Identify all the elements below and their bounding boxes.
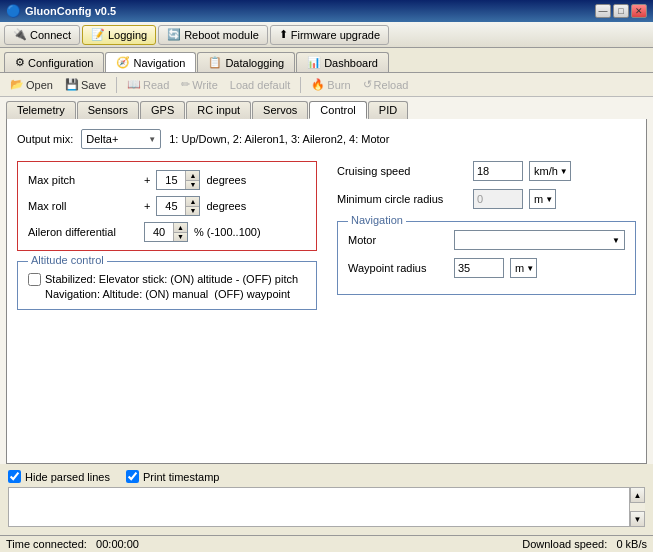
save-button[interactable]: 💾 Save (61, 77, 110, 92)
hide-parsed-label[interactable]: Hide parsed lines (8, 470, 110, 483)
aileron-diff-up[interactable]: ▲ (174, 223, 187, 233)
max-pitch-spinner[interactable]: 15 ▲ ▼ (156, 170, 200, 190)
aileron-diff-row: Aileron differential 40 ▲ ▼ % (-100..100… (28, 222, 306, 242)
connect-button[interactable]: 🔌 Connect (4, 25, 80, 45)
altitude-box-title: Altitude control (28, 254, 107, 266)
aileron-diff-label: Aileron differential (28, 226, 138, 238)
max-roll-down[interactable]: ▼ (186, 207, 199, 216)
reload-icon: ↺ (363, 78, 372, 91)
altitude-checkbox[interactable] (28, 273, 41, 286)
tab-control[interactable]: Control (309, 101, 366, 119)
max-roll-spinner[interactable]: 45 ▲ ▼ (156, 196, 200, 216)
altitude-checkbox-label: Stabilized: Elevator stick: (ON) altitud… (45, 272, 298, 303)
aileron-diff-spinner[interactable]: 40 ▲ ▼ (144, 222, 188, 242)
max-pitch-label: Max pitch (28, 174, 138, 186)
max-pitch-down[interactable]: ▼ (186, 181, 199, 190)
app-title: GluonConfig v0.5 (25, 5, 116, 17)
max-roll-up[interactable]: ▲ (186, 197, 199, 207)
status-bar: Time connected: 00:00:00 Download speed:… (0, 535, 653, 552)
min-circle-unit-select[interactable]: m ▼ (529, 189, 556, 209)
altitude-checkbox-row: Stabilized: Elevator stick: (ON) altitud… (28, 272, 306, 303)
waypoint-unit-select[interactable]: m ▼ (510, 258, 537, 278)
max-pitch-value: 15 (157, 174, 185, 186)
min-circle-row: Minimum circle radius m ▼ (337, 189, 636, 209)
min-circle-label: Minimum circle radius (337, 193, 467, 205)
waypoint-input[interactable] (454, 258, 504, 278)
output-mix-select[interactable]: Delta+ ▼ (81, 129, 161, 149)
hide-parsed-checkbox[interactable] (8, 470, 21, 483)
cruising-speed-input[interactable] (473, 161, 523, 181)
tab-datalogging[interactable]: 📋 Datalogging (197, 52, 295, 72)
cruising-speed-label: Cruising speed (337, 165, 467, 177)
status-speed: Download speed: 0 kB/s (522, 538, 647, 550)
open-button[interactable]: 📂 Open (6, 77, 57, 92)
scroll-up-button[interactable]: ▲ (630, 487, 645, 503)
scroll-track (630, 503, 645, 511)
aileron-diff-value: 40 (145, 226, 173, 238)
tab-dashboard[interactable]: 📊 Dashboard (296, 52, 389, 72)
scroll-down-button[interactable]: ▼ (630, 511, 645, 527)
burn-button[interactable]: 🔥 Burn (307, 77, 354, 92)
left-column: Max pitch + 15 ▲ ▼ degrees (17, 161, 317, 310)
logging-button[interactable]: 📝 Logging (82, 25, 156, 45)
reload-button[interactable]: ↺ Reload (359, 77, 413, 92)
cruising-speed-unit-select[interactable]: km/h ▼ (529, 161, 571, 181)
min-circle-input (473, 189, 523, 209)
motor-row: Motor ▼ (348, 230, 625, 250)
datalog-icon: 📋 (208, 56, 222, 69)
print-timestamp-label[interactable]: Print timestamp (126, 470, 219, 483)
load-default-button[interactable]: Load default (226, 78, 295, 92)
tab-pid[interactable]: PID (368, 101, 408, 119)
config-icon: ⚙ (15, 56, 25, 69)
tab-configuration[interactable]: ⚙ Configuration (4, 52, 104, 72)
connect-icon: 🔌 (13, 28, 27, 41)
max-roll-value: 45 (157, 200, 185, 212)
cruising-speed-row: Cruising speed km/h ▼ (337, 161, 636, 181)
firmware-button[interactable]: ⬆ Firmware upgrade (270, 25, 389, 45)
pitch-roll-box: Max pitch + 15 ▲ ▼ degrees (17, 161, 317, 251)
tab-servos[interactable]: Servos (252, 101, 308, 119)
tab-rc-input[interactable]: RC input (186, 101, 251, 119)
plus-sign: + (144, 174, 150, 186)
max-pitch-row: Max pitch + 15 ▲ ▼ degrees (28, 170, 306, 190)
print-timestamp-checkbox[interactable] (126, 470, 139, 483)
navigation-box: Navigation Motor ▼ Waypoint radius (337, 221, 636, 295)
logging-icon: 📝 (91, 28, 105, 41)
main-window: 🔵 GluonConfig v0.5 — □ ✕ 🔌 Connect 📝 Log… (0, 0, 653, 552)
write-icon: ✏ (181, 78, 190, 91)
motor-select[interactable]: ▼ (454, 230, 625, 250)
write-button[interactable]: ✏ Write (177, 77, 221, 92)
minimize-button[interactable]: — (595, 4, 611, 18)
tab-gps[interactable]: GPS (140, 101, 185, 119)
reboot-icon: 🔄 (167, 28, 181, 41)
aileron-diff-spin-buttons: ▲ ▼ (173, 223, 187, 241)
output-mix-row: Output mix: Delta+ ▼ 1: Up/Down, 2: Aile… (17, 129, 636, 149)
top-tabs: ⚙ Configuration 🧭 Navigation 📋 Dataloggi… (0, 48, 653, 73)
max-roll-unit: degrees (206, 200, 246, 212)
action-toolbar: 📂 Open 💾 Save 📖 Read ✏ Write Load defaul… (0, 73, 653, 97)
save-icon: 💾 (65, 78, 79, 91)
tab-navigation[interactable]: 🧭 Navigation (105, 52, 196, 72)
aileron-diff-unit: % (-100..100) (194, 226, 261, 238)
waypoint-arrow-icon: ▼ (526, 264, 534, 273)
log-area (8, 487, 645, 527)
maximize-button[interactable]: □ (613, 4, 629, 18)
read-icon: 📖 (127, 78, 141, 91)
reboot-button[interactable]: 🔄 Reboot module (158, 25, 268, 45)
tab-telemetry[interactable]: Telemetry (6, 101, 76, 119)
read-button[interactable]: 📖 Read (123, 77, 173, 92)
max-pitch-spin-buttons: ▲ ▼ (185, 171, 199, 189)
main-toolbar: 🔌 Connect 📝 Logging 🔄 Reboot module ⬆ Fi… (0, 22, 653, 48)
tab-sensors[interactable]: Sensors (77, 101, 139, 119)
min-circle-arrow-icon: ▼ (545, 195, 553, 204)
aileron-diff-down[interactable]: ▼ (174, 233, 187, 242)
max-pitch-up[interactable]: ▲ (186, 171, 199, 181)
output-mix-label: Output mix: (17, 133, 73, 145)
inner-tabs: Telemetry Sensors GPS RC input Servos Co… (0, 97, 653, 119)
altitude-control-box: Altitude control Stabilized: Elevator st… (17, 261, 317, 310)
title-bar-left: 🔵 GluonConfig v0.5 (6, 4, 116, 18)
close-button[interactable]: ✕ (631, 4, 647, 18)
log-scrollbar: ▲ ▼ (629, 487, 645, 527)
burn-icon: 🔥 (311, 78, 325, 91)
nav-icon: 🧭 (116, 56, 130, 69)
